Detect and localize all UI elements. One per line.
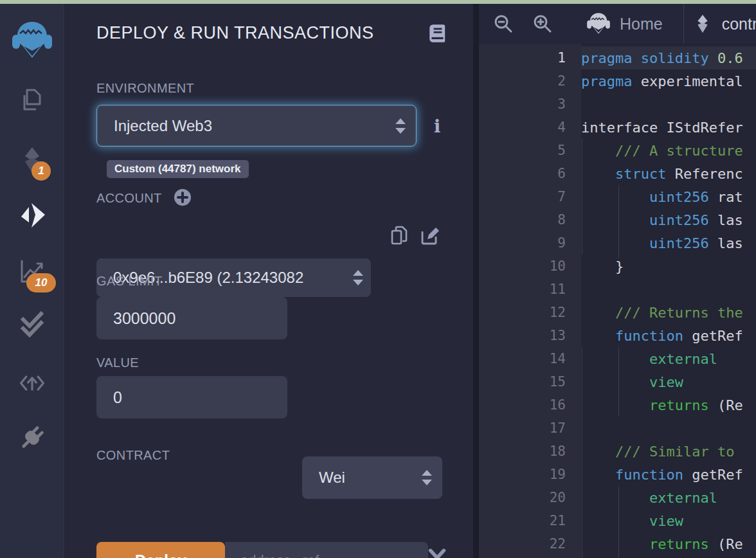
static-analysis-icon (17, 309, 48, 340)
plugin-manager-icon (16, 422, 48, 454)
edit-account-button[interactable] (419, 226, 440, 249)
code-text: } (581, 255, 756, 278)
code-line[interactable]: 16 returns (Re (479, 393, 756, 417)
indent-guide (582, 347, 582, 558)
sidebar-item-deploy-run[interactable] (0, 199, 64, 230)
remix-logo[interactable] (0, 21, 64, 60)
code-line[interactable]: 7 uint256 rat (479, 185, 756, 208)
code-line[interactable]: 3 (479, 93, 756, 116)
code-line[interactable]: 12 /// Returns the (479, 301, 756, 324)
environment-select[interactable]: Injected Web3 (96, 105, 417, 147)
code-text: struct Referenc (581, 162, 756, 185)
code-line[interactable]: 5 /// A structure (479, 139, 756, 162)
line-number: 14 (479, 351, 581, 366)
code-line[interactable]: 2pragma experimental (479, 69, 756, 93)
docs-button[interactable] (427, 22, 449, 48)
environment-value: Injected Web3 (114, 117, 212, 135)
sidebar-item-debugger[interactable] (0, 369, 64, 397)
line-number: 16 (479, 397, 581, 413)
add-account-button[interactable] (174, 188, 192, 209)
zoom-in-button[interactable] (532, 14, 553, 34)
indent-guide (582, 139, 582, 255)
code-line[interactable]: 6 struct Referenc (479, 162, 756, 185)
gas-limit-input[interactable] (96, 297, 287, 339)
line-number: 7 (479, 189, 581, 204)
deploy-run-icon (16, 199, 48, 230)
code-text: /// Similar to (581, 440, 756, 463)
copy-account-button[interactable] (389, 225, 410, 249)
compiler-badge: 1 (32, 161, 51, 181)
line-number: 10 (479, 258, 581, 274)
line-number: 15 (479, 374, 581, 390)
docs-book-icon (427, 22, 449, 45)
code-line[interactable]: 21 view (479, 509, 756, 532)
deploy-button[interactable]: Deploy (96, 542, 225, 558)
account-label: ACCOUNT (96, 191, 162, 206)
solidity-tab-icon (692, 12, 713, 35)
zoom-out-icon (493, 14, 514, 34)
code-text: function getRef (581, 463, 756, 486)
copy-icon (389, 225, 410, 247)
code-line[interactable]: 17 (479, 417, 756, 440)
expand-deploy-button[interactable] (428, 546, 447, 558)
remix-logo-icon (11, 21, 53, 60)
code-line[interactable]: 18 /// Similar to (479, 440, 756, 463)
line-number: 2 (479, 73, 581, 89)
code-line[interactable]: 4interface IStdRefer (479, 116, 756, 139)
line-number: 12 (479, 305, 581, 320)
tab-home[interactable]: Home (586, 12, 663, 35)
code-line[interactable]: 15 view (479, 370, 756, 393)
sidebar-item-static-analysis[interactable] (0, 309, 64, 340)
code-line[interactable]: 9 uint256 las (479, 231, 756, 255)
line-number: 22 (479, 536, 581, 552)
tab-contract-label: contr (722, 15, 756, 33)
panel-resize-handle[interactable] (473, 4, 479, 558)
code-text: uint256 las (581, 231, 756, 255)
code-text: view (581, 370, 756, 393)
value-label: VALUE (96, 356, 139, 370)
code-line[interactable]: 14 external (479, 347, 756, 370)
line-number: 17 (479, 420, 581, 436)
code-text: interface IStdRefer (581, 116, 756, 139)
code-line[interactable]: 19 function getRef (479, 463, 756, 486)
line-number: 11 (479, 282, 581, 297)
code-line[interactable]: 1pragma solidity 0.6 (479, 46, 756, 69)
line-number: 3 (479, 96, 581, 112)
select-arrows-icon (422, 470, 432, 485)
tab-home-label: Home (620, 15, 663, 33)
zoom-in-icon (532, 14, 553, 34)
code-line[interactable]: 13 function getRef (479, 324, 756, 347)
line-number: 13 (479, 328, 581, 343)
deploy-params-input[interactable] (225, 542, 428, 558)
environment-info-button[interactable]: i (434, 116, 440, 136)
code-text: external (581, 347, 756, 370)
tab-contract[interactable]: contr (692, 12, 756, 35)
info-icon: i (434, 116, 440, 136)
code-text: uint256 las (581, 208, 756, 231)
value-input[interactable] (96, 376, 287, 419)
gas-limit-wrap (96, 297, 287, 339)
gas-limit-label: GAS LIMIT (96, 274, 163, 289)
zoom-out-button[interactable] (493, 14, 514, 34)
line-number: 21 (479, 513, 581, 528)
sidebar-item-plugin-manager[interactable] (0, 422, 64, 454)
code-line[interactable]: 22 returns (Re (479, 532, 756, 555)
network-badge: Custom (44787) network (107, 160, 249, 178)
remix-ide-window: 1 10 (0, 0, 756, 558)
line-number: 4 (479, 120, 581, 135)
indent-guide (618, 486, 619, 558)
analytics-badge: 10 (26, 273, 56, 292)
icon-rail: 1 10 (0, 4, 64, 558)
home-logo-icon (586, 12, 611, 35)
code-text: uint256 rat (581, 185, 756, 208)
code-line[interactable]: 8 uint256 las (479, 208, 756, 231)
editor-tabbar: Home contr (479, 4, 756, 44)
environment-label: ENVIRONMENT (96, 81, 194, 96)
value-unit-select[interactable]: Wei (302, 456, 442, 499)
code-line[interactable]: 20 external (479, 486, 756, 509)
code-text: view (581, 509, 756, 532)
code-line[interactable]: 11 (479, 278, 756, 301)
indent-guide (618, 185, 619, 258)
sidebar-item-file-explorer[interactable] (0, 86, 64, 117)
code-line[interactable]: 10 } (479, 255, 756, 278)
